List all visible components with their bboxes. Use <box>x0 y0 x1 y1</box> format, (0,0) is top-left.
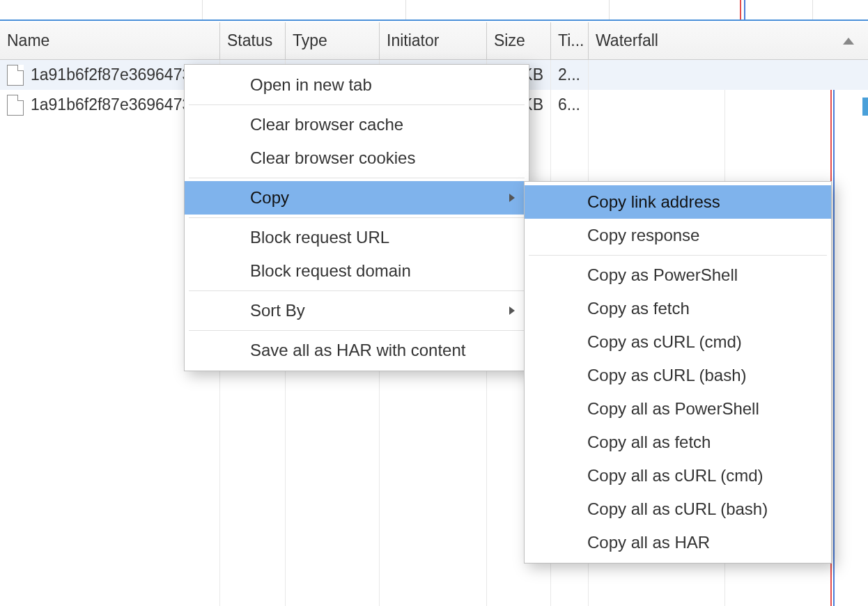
submenu-copy-response[interactable]: Copy response <box>525 219 831 252</box>
menu-item-label: Copy <box>250 188 289 208</box>
menu-separator <box>529 255 827 256</box>
scrollbar-thumb[interactable] <box>862 98 868 116</box>
request-name: 1a91b6f2f87e3696473 <box>31 65 191 84</box>
menu-item-label: Save all as HAR with content <box>250 341 465 360</box>
copy-submenu: Copy link address Copy response Copy as … <box>524 181 832 564</box>
menu-item-label: Block request domain <box>250 261 411 281</box>
menu-separator <box>189 178 525 178</box>
menu-item-label: Copy link address <box>587 192 720 212</box>
menu-item-label: Copy all as cURL (bash) <box>587 499 768 519</box>
column-header-name[interactable]: Name <box>0 22 220 59</box>
request-name: 1a91b6f2f87e3696473 <box>31 95 191 114</box>
submenu-copy-all-as-fetch[interactable]: Copy all as fetch <box>525 426 831 459</box>
menu-item-label: Block request URL <box>250 228 389 247</box>
menu-clear-browser-cookies[interactable]: Clear browser cookies <box>185 141 529 175</box>
menu-item-label: Copy as cURL (cmd) <box>587 332 742 352</box>
menu-item-label: Copy as fetch <box>587 299 690 318</box>
submenu-copy-link-address[interactable]: Copy link address <box>525 185 831 219</box>
context-menu: Open in new tab Clear browser cache Clea… <box>184 64 529 371</box>
file-icon <box>7 65 24 86</box>
menu-item-label: Sort By <box>250 301 305 320</box>
column-header-initiator[interactable]: Initiator <box>380 22 487 59</box>
menu-item-label: Copy all as HAR <box>587 533 710 552</box>
request-time: 2... <box>551 60 589 90</box>
menu-copy[interactable]: Copy <box>185 181 529 215</box>
timeline-overview[interactable] <box>0 0 868 21</box>
file-icon <box>7 95 24 116</box>
menu-item-label: Clear browser cache <box>250 115 403 134</box>
column-header-time[interactable]: Ti... <box>551 22 589 59</box>
menu-separator <box>189 104 525 105</box>
menu-item-label: Copy as PowerShell <box>587 265 738 285</box>
submenu-arrow-icon <box>509 306 515 315</box>
menu-item-label: Copy as cURL (bash) <box>587 366 747 385</box>
column-header-waterfall[interactable]: Waterfall <box>589 22 868 59</box>
column-header-type[interactable]: Type <box>286 22 380 59</box>
submenu-copy-as-fetch[interactable]: Copy as fetch <box>525 292 831 325</box>
request-time: 6... <box>551 90 589 120</box>
menu-save-all-as-har[interactable]: Save all as HAR with content <box>185 334 529 367</box>
menu-separator <box>189 217 525 218</box>
menu-clear-browser-cache[interactable]: Clear browser cache <box>185 108 529 141</box>
menu-item-label: Copy all as fetch <box>587 433 711 452</box>
menu-sort-by[interactable]: Sort By <box>185 294 529 327</box>
menu-item-label: Copy all as PowerShell <box>587 399 759 419</box>
menu-item-label: Copy all as cURL (cmd) <box>587 466 764 485</box>
menu-block-request-url[interactable]: Block request URL <box>185 221 529 254</box>
column-header-status[interactable]: Status <box>220 22 286 59</box>
menu-item-label: Clear browser cookies <box>250 148 415 168</box>
submenu-copy-all-as-powershell[interactable]: Copy all as PowerShell <box>525 392 831 426</box>
submenu-copy-as-curl-bash[interactable]: Copy as cURL (bash) <box>525 359 831 392</box>
column-header-waterfall-label: Waterfall <box>596 31 658 50</box>
submenu-arrow-icon <box>509 194 515 202</box>
submenu-copy-as-curl-cmd[interactable]: Copy as cURL (cmd) <box>525 325 831 359</box>
submenu-copy-all-as-curl-bash[interactable]: Copy all as cURL (bash) <box>525 492 831 526</box>
menu-open-in-new-tab[interactable]: Open in new tab <box>185 68 529 102</box>
menu-item-label: Copy response <box>587 226 699 245</box>
menu-separator <box>189 330 525 331</box>
submenu-copy-all-as-har[interactable]: Copy all as HAR <box>525 526 831 559</box>
column-header-size[interactable]: Size <box>487 22 551 59</box>
network-table-header: Name Status Type Initiator Size Ti... Wa… <box>0 22 868 60</box>
menu-block-request-domain[interactable]: Block request domain <box>185 254 529 288</box>
sort-ascending-icon <box>843 38 854 45</box>
submenu-copy-as-powershell[interactable]: Copy as PowerShell <box>525 258 831 292</box>
menu-item-label: Open in new tab <box>250 75 372 95</box>
submenu-copy-all-as-curl-cmd[interactable]: Copy all as cURL (cmd) <box>525 459 831 492</box>
menu-separator <box>189 290 525 291</box>
